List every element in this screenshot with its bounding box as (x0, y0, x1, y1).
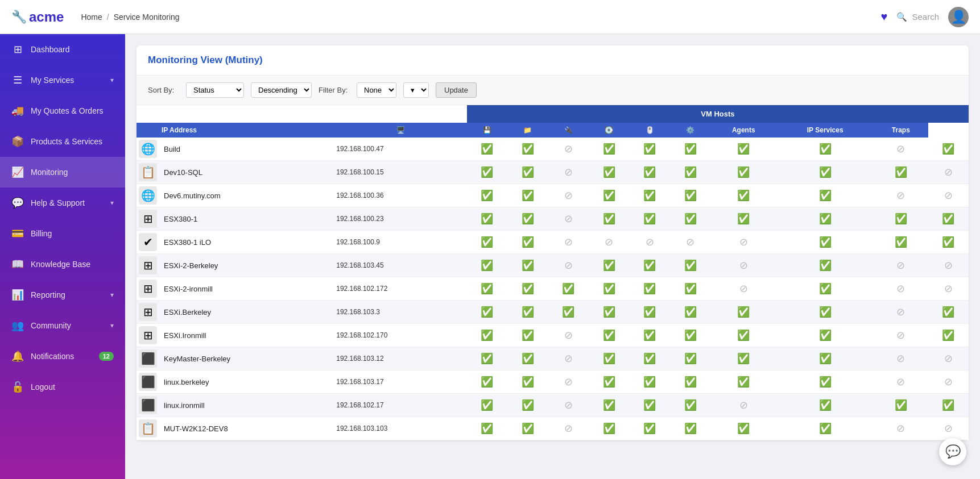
breadcrumb-home-link[interactable]: Home (81, 13, 102, 22)
status-cell-c2: ✅ (507, 324, 548, 347)
status-ok-icon: ✅ (737, 376, 750, 388)
row-name[interactable]: MUT-W2K12-DEV8 (159, 417, 334, 440)
row-name[interactable]: Dev10-SQL (159, 161, 334, 184)
sidebar-label-knowledge: Knowledge Base (31, 260, 90, 269)
sidebar-item-my-services[interactable]: ☰ My Services ▾ (0, 65, 125, 95)
status-cell-c6: ✅ (670, 301, 710, 324)
row-icon: ⊞ (139, 210, 157, 228)
row-name[interactable]: ESXi.Ironmill (159, 324, 334, 347)
sidebar-icon-logout: 🔓 (11, 381, 24, 393)
status-na-icon: ⊘ (896, 330, 905, 341)
status-na-icon: ⊘ (739, 260, 748, 271)
table-row[interactable]: ⊞ESX380-1192.168.100.23✅✅⊘✅✅✅✅✅✅✅ (137, 207, 969, 231)
status-cell-c10: ✅ (928, 301, 969, 324)
status-cell-c5: ✅ (629, 184, 669, 207)
sidebar-item-logout[interactable]: 🔓 Logout (0, 372, 125, 402)
status-na-icon: ⊘ (896, 306, 905, 318)
table-row[interactable]: 🌐Dev6.mutiny.com192.168.100.36✅✅⊘✅✅✅✅✅⊘⊘ (137, 184, 969, 207)
sidebar-item-community[interactable]: 👥 Community ▾ (0, 310, 125, 341)
sidebar-item-knowledge[interactable]: 📖 Knowledge Base (0, 249, 125, 280)
topnav-right: ♥ 🔍 Search 👤 (881, 7, 969, 27)
status-ok-icon: ✅ (819, 143, 832, 155)
card-title: Monitoring View (Mutiny) (148, 55, 263, 65)
search-area[interactable]: 🔍 Search (896, 12, 939, 22)
status-cell-c6: ✅ (670, 184, 710, 207)
row-name[interactable]: linux.ironmill (159, 394, 334, 417)
row-name[interactable]: ESX380-1 (159, 207, 334, 231)
sidebar-item-products[interactable]: 📦 Products & Services (0, 126, 125, 157)
logo[interactable]: 🔧 acme (11, 9, 64, 25)
sidebar-item-billing[interactable]: 💳 Billing (0, 218, 125, 249)
avatar[interactable]: 👤 (948, 7, 969, 27)
table-row[interactable]: 📋Dev10-SQL192.168.100.15✅✅⊘✅✅✅✅✅✅⊘ (137, 161, 969, 184)
status-ok-icon: ✅ (684, 353, 697, 364)
sidebar-label-dashboard: Dashboard (31, 45, 70, 54)
status-cell-c1: ✅ (467, 417, 507, 440)
row-name[interactable]: ESX380-1 iLO (159, 231, 334, 254)
status-cell-c3: ⊘ (548, 417, 589, 440)
update-button[interactable]: Update (436, 82, 477, 98)
status-ok-icon: ✅ (895, 236, 907, 248)
filter-label: Filter By: (319, 86, 350, 94)
sidebar-icon-dashboard: ⊞ (11, 43, 24, 56)
status-ok-icon: ✅ (819, 306, 832, 318)
sidebar-label-help: Help & Support (31, 198, 85, 207)
table-row[interactable]: ⊞ESXi-2-Berkeley192.168.103.45✅✅⊘✅✅✅⊘✅⊘⊘ (137, 254, 969, 277)
table-row[interactable]: 🌐Build192.168.100.47✅✅⊘✅✅✅✅✅⊘✅ (137, 138, 969, 161)
status-ok-icon: ✅ (819, 213, 832, 224)
status-cell-c10: ⊘ (928, 417, 969, 440)
status-na-icon: ⊘ (896, 353, 905, 364)
status-na-icon: ⊘ (739, 236, 748, 248)
row-name[interactable]: linux.berkeley (159, 370, 334, 394)
row-name[interactable]: ESXi-2-ironmill (159, 277, 334, 301)
table-row[interactable]: ⊞ESXi.Ironmill192.168.102.170✅✅⊘✅✅✅✅✅⊘✅ (137, 324, 969, 347)
sidebar-icon-products: 📦 (11, 135, 24, 148)
status-ok-icon: ✅ (895, 213, 907, 224)
sidebar-item-reporting[interactable]: 📊 Reporting ▾ (0, 280, 125, 310)
status-cell-c5: ✅ (629, 207, 669, 231)
status-na-icon: ⊘ (896, 260, 905, 271)
table-row[interactable]: 📋MUT-W2K12-DEV8192.168.103.103✅✅⊘✅✅✅✅✅⊘⊘ (137, 417, 969, 440)
row-name[interactable]: KeyMaster-Berkeley (159, 347, 334, 370)
status-ok-icon: ✅ (522, 423, 534, 434)
row-name[interactable]: Build (159, 138, 334, 161)
sidebar-item-monitoring[interactable]: 📈 Monitoring (0, 157, 125, 188)
row-name[interactable]: Dev6.mutiny.com (159, 184, 334, 207)
row-icon-cell: ⬛ (137, 370, 159, 394)
status-cell-c4: ⊘ (589, 231, 629, 254)
filter-by-select[interactable]: None (357, 82, 396, 98)
favorites-button[interactable]: ♥ (881, 10, 888, 23)
status-ok-icon: ✅ (684, 260, 697, 271)
status-ok-icon: ✅ (684, 283, 697, 294)
order-select[interactable]: DescendingAscending (251, 82, 312, 98)
table-row[interactable]: ⊞ESXi.Berkeley192.168.103.3✅✅✅✅✅✅✅✅⊘✅ (137, 301, 969, 324)
table-row[interactable]: ⊞ESXi-2-ironmill192.168.102.172✅✅✅✅✅✅⊘✅⊘… (137, 277, 969, 301)
status-ok-icon: ✅ (942, 143, 954, 155)
status-cell-c8: ✅ (776, 231, 874, 254)
row-ip: 192.168.103.17 (334, 370, 467, 394)
status-ok-icon: ✅ (643, 353, 656, 364)
status-ok-icon: ✅ (684, 330, 697, 341)
sidebar-item-help[interactable]: 💬 Help & Support ▾ (0, 188, 125, 218)
sidebar-item-my-quotes[interactable]: 🚚 My Quotes & Orders (0, 95, 125, 126)
table-row[interactable]: ✔ESX380-1 iLO192.168.100.9✅✅⊘⊘⊘⊘⊘✅✅✅ (137, 231, 969, 254)
status-ok-icon: ✅ (643, 166, 656, 178)
status-cell-c4: ✅ (589, 324, 629, 347)
status-cell-c3: ⊘ (548, 184, 589, 207)
status-na-icon: ⊘ (944, 423, 953, 434)
chat-fab-button[interactable]: 💬 (939, 438, 966, 465)
filter-extra-select[interactable]: ▾ (403, 82, 429, 98)
row-ip: 192.168.100.23 (334, 207, 467, 231)
sidebar-item-dashboard[interactable]: ⊞ Dashboard (0, 34, 125, 65)
sidebar-label-reporting: Reporting (31, 290, 65, 299)
table-row[interactable]: ⬛linux.ironmill192.168.102.17✅✅⊘✅✅✅⊘✅✅✅ (137, 394, 969, 417)
row-name[interactable]: ESXi.Berkeley (159, 301, 334, 324)
row-icon: ⬛ (139, 349, 157, 368)
status-ok-icon: ✅ (684, 143, 697, 155)
status-ok-icon: ✅ (819, 376, 832, 388)
sidebar-item-notifications[interactable]: 🔔 Notifications 12 (0, 341, 125, 372)
table-row[interactable]: ⬛linux.berkeley192.168.103.17✅✅⊘✅✅✅✅✅⊘⊘ (137, 370, 969, 394)
sort-by-select[interactable]: StatusNameIP Address (186, 82, 244, 98)
table-row[interactable]: ⬛KeyMaster-Berkeley192.168.103.12✅✅⊘✅✅✅✅… (137, 347, 969, 370)
row-name[interactable]: ESXi-2-Berkeley (159, 254, 334, 277)
